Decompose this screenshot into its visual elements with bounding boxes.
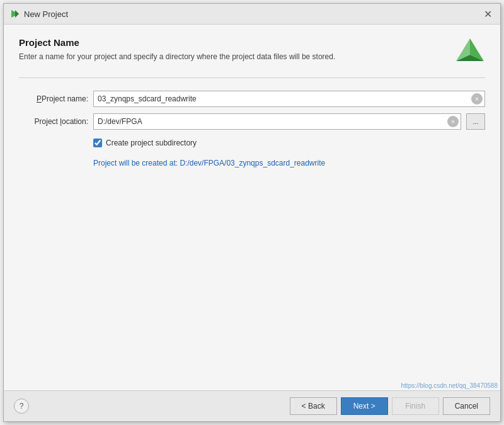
project-path-display: Project will be created at: D:/dev/FPGA/… (93, 159, 485, 167)
svg-marker-1 (15, 10, 19, 18)
project-location-row: Project location: × ... (19, 113, 485, 130)
section-divider (19, 77, 485, 78)
footer-left: ? (14, 399, 29, 414)
finish-button: Finish (392, 397, 439, 415)
dialog-title: New Project (24, 9, 68, 19)
create-subdirectory-label[interactable]: Create project subdirectory (106, 139, 197, 147)
header-text: Project Name Enter a name for your proje… (19, 37, 455, 62)
new-project-dialog: New Project ✕ Project Name Enter a name … (3, 3, 501, 422)
dialog-icon (10, 9, 20, 19)
browse-button[interactable]: ... (466, 113, 485, 130)
checkbox-row: Create project subdirectory (93, 139, 485, 147)
project-location-label: Project location: (19, 117, 88, 126)
form-section: PProject name: × Project location: × ... (19, 91, 485, 167)
watermark: https://blog.csdn.net/qq_38470588 (401, 382, 498, 389)
back-button[interactable]: < Back (290, 397, 337, 415)
project-location-clear-button[interactable]: × (447, 116, 459, 127)
title-bar: New Project ✕ (4, 4, 500, 25)
footer-right: < Back Next > Finish Cancel (290, 397, 490, 415)
close-button[interactable]: ✕ (481, 8, 494, 20)
project-name-row: PProject name: × (19, 91, 485, 107)
title-bar-left: New Project (10, 9, 68, 19)
page-subtitle: Enter a name for your project and specif… (19, 52, 384, 62)
project-name-label: PProject name: (19, 94, 88, 103)
create-subdirectory-checkbox[interactable] (93, 139, 102, 147)
project-location-input[interactable] (93, 113, 461, 130)
project-name-input-wrapper: × (93, 91, 485, 107)
project-name-clear-button[interactable]: × (471, 93, 483, 105)
page-title: Project Name (19, 37, 455, 48)
footer: ? < Back Next > Finish Cancel (4, 390, 500, 421)
content-area: Project Name Enter a name for your proje… (4, 25, 500, 390)
header-section: Project Name Enter a name for your proje… (19, 37, 485, 67)
help-button[interactable]: ? (14, 399, 29, 414)
next-button[interactable]: Next > (341, 397, 388, 415)
project-name-input[interactable] (93, 91, 485, 107)
project-location-input-wrapper: × (93, 113, 461, 130)
cancel-button[interactable]: Cancel (443, 397, 490, 415)
vivado-logo (455, 37, 485, 67)
